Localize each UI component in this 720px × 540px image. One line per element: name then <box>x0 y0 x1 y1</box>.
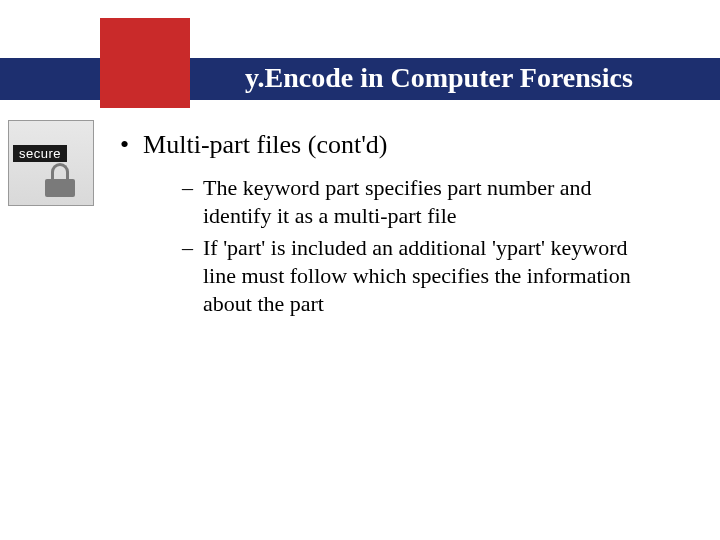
bullet-item: • Multi-part files (cont'd) <box>120 130 680 160</box>
slide-content: • Multi-part files (cont'd) – The keywor… <box>120 130 680 322</box>
sub-item: – If 'part' is included an additional 'y… <box>182 234 680 318</box>
sub-item: – The keyword part specifies part number… <box>182 174 680 230</box>
sub-text: If 'part' is included an additional 'ypa… <box>203 234 643 318</box>
lock-icon <box>45 171 75 197</box>
dash-marker: – <box>182 234 193 262</box>
bullet-marker: • <box>120 130 129 160</box>
bullet-text: Multi-part files (cont'd) <box>143 130 387 160</box>
sub-list: – The keyword part specifies part number… <box>182 174 680 318</box>
badge-background: secure <box>8 120 94 206</box>
accent-square <box>100 18 190 108</box>
sub-text: The keyword part specifies part number a… <box>203 174 643 230</box>
badge-label: secure <box>13 145 67 162</box>
secure-badge: secure <box>8 120 94 206</box>
dash-marker: – <box>182 174 193 202</box>
slide-title: y.Encode in Computer Forensics <box>245 62 633 94</box>
